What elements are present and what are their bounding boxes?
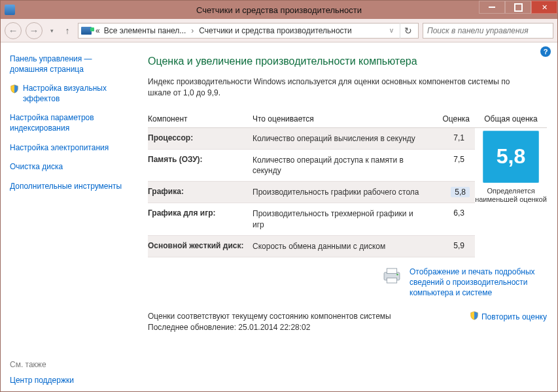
status-line2: Последнее обновление: 25.01.2014 22:28:0… <box>148 322 391 333</box>
see-also-heading: См. также <box>10 360 133 369</box>
sidebar-indexing[interactable]: Настройка параметров индексирования <box>10 113 133 133</box>
row-name: Процессор: <box>148 133 253 142</box>
row-desc: Количество операций вычисления в секунду <box>253 133 429 144</box>
titlebar: Счетчики и средства производительности <box>1 1 557 19</box>
address-bar[interactable]: « Все элементы панел... Счетчики и средс… <box>78 23 419 39</box>
rerun-label: Повторить оценку <box>481 312 547 321</box>
printer-icon <box>381 267 403 287</box>
table-row-lowest: Графика: Производительность графики рабо… <box>148 182 475 203</box>
row-score: 7,1 <box>429 133 470 142</box>
th-base: Общая оценка <box>475 114 547 123</box>
table-row: Процессор: Количество операций вычислени… <box>148 128 475 150</box>
rerun-assessment-link[interactable]: Повторить оценку <box>470 311 547 322</box>
sidebar-visual-effects[interactable]: Настройка визуальных эффектов <box>10 84 133 104</box>
cp-home-line2: домашняя страница <box>10 65 133 75</box>
search-box[interactable] <box>423 23 553 39</box>
table-row: Графика для игр: Производительность трех… <box>148 203 475 235</box>
sidebar-item-label: Дополнительные инструменты <box>10 182 122 191</box>
svg-rect-1 <box>387 269 396 274</box>
breadcrumb-current[interactable]: Счетчики и средства производительности <box>199 26 351 35</box>
minimize-button[interactable] <box>479 1 505 14</box>
details-row: Отображение и печать подробных сведений … <box>148 267 547 299</box>
th-component: Компонент <box>148 114 253 123</box>
main-content: Оценка и увеличение производительности к… <box>141 42 557 391</box>
row-score: 7,5 <box>429 155 470 164</box>
navbar: « Все элементы панел... Счетчики и средс… <box>1 19 557 42</box>
sidebar-item-label: Очистка диска <box>10 162 63 171</box>
base-score-caption: Определяется наименьшей оценкой <box>475 187 547 205</box>
search-input[interactable] <box>427 26 549 35</box>
base-score-column: 5,8 Определяется наименьшей оценкой <box>475 128 547 257</box>
base-score-box: 5,8 <box>483 131 539 183</box>
details-link[interactable]: Отображение и печать подробных сведений … <box>410 267 547 299</box>
row-name: Графика: <box>148 187 253 196</box>
row-desc: Производительность трехмерной графики и … <box>253 208 429 229</box>
back-button[interactable] <box>5 22 22 39</box>
table-body: Процессор: Количество операций вычислени… <box>148 128 547 257</box>
table-header: Компонент Что оценивается Оценка Общая о… <box>148 110 547 128</box>
table-row: Основной жесткий диск: Скорость обмена д… <box>148 236 475 257</box>
history-dropdown[interactable] <box>46 22 57 39</box>
cp-home-line1: Панель управления — <box>10 54 92 63</box>
window-title: Счетчики и средства производительности <box>196 5 362 15</box>
window: Счетчики и средства производительности «… <box>0 0 558 392</box>
address-dropdown-icon[interactable]: v <box>387 27 396 34</box>
score-table: Компонент Что оценивается Оценка Общая о… <box>148 110 547 257</box>
maximize-button[interactable] <box>505 1 531 14</box>
breadcrumb-root[interactable]: Все элементы панел... <box>104 26 186 35</box>
status-line1: Оценки соответствуют текущему состоянию … <box>148 311 391 322</box>
svg-rect-2 <box>387 278 396 283</box>
body: ? Панель управления — домашняя страница … <box>1 42 557 391</box>
th-score: Оценка <box>429 114 475 123</box>
support-center-link[interactable]: Центр поддержки <box>10 376 133 385</box>
control-panel-icon <box>81 27 92 35</box>
sidebar-item-label: Настройка параметров индексирования <box>10 113 94 133</box>
breadcrumb-sep <box>190 26 195 35</box>
footer-row: Оценки соответствуют текущему состоянию … <box>148 311 547 333</box>
forward-button[interactable] <box>26 22 43 39</box>
app-icon <box>5 5 15 15</box>
sidebar-advanced-tools[interactable]: Дополнительные инструменты <box>10 182 133 192</box>
row-score: 6,3 <box>429 208 470 218</box>
th-what: Что оценивается <box>253 114 429 123</box>
row-name: Память (ОЗУ): <box>148 155 253 164</box>
sidebar: Панель управления — домашняя страница На… <box>1 42 141 391</box>
row-score: 5,9 <box>429 241 470 250</box>
up-button[interactable] <box>61 22 74 39</box>
shield-icon <box>10 84 19 93</box>
status-text: Оценки соответствуют текущему состоянию … <box>148 311 391 333</box>
svg-point-3 <box>396 274 398 276</box>
sidebar-power[interactable]: Настройка электропитания <box>10 143 133 154</box>
window-controls <box>479 1 557 19</box>
refresh-button[interactable] <box>400 23 415 39</box>
row-name: Основной жесткий диск: <box>148 241 253 250</box>
row-score: 5,8 <box>451 187 470 197</box>
breadcrumb-prefix: « <box>96 26 100 35</box>
details-link-label: Отображение и печать подробных сведений … <box>410 267 535 297</box>
shield-icon <box>470 311 479 322</box>
intro-text: Индекс производительности Windows исполь… <box>148 76 514 99</box>
row-desc: Скорость обмена данными с диском <box>253 241 429 252</box>
close-button[interactable] <box>531 1 557 14</box>
table-row: Память (ОЗУ): Количество операций доступ… <box>148 150 475 182</box>
table-rows: Процессор: Количество операций вычислени… <box>148 128 475 257</box>
support-label: Центр поддержки <box>10 376 74 385</box>
control-panel-home-link[interactable]: Панель управления — домашняя страница <box>10 54 133 74</box>
page-heading: Оценка и увеличение производительности к… <box>148 56 547 67</box>
row-name: Графика для игр: <box>148 208 253 218</box>
row-desc: Производительность графики рабочего стол… <box>253 187 429 197</box>
sidebar-item-label: Настройка электропитания <box>10 143 109 152</box>
row-desc: Количество операций доступа к памяти в с… <box>253 155 429 176</box>
sidebar-item-label: Настройка визуальных эффектов <box>23 84 107 103</box>
sidebar-disk-cleanup[interactable]: Очистка диска <box>10 162 133 172</box>
